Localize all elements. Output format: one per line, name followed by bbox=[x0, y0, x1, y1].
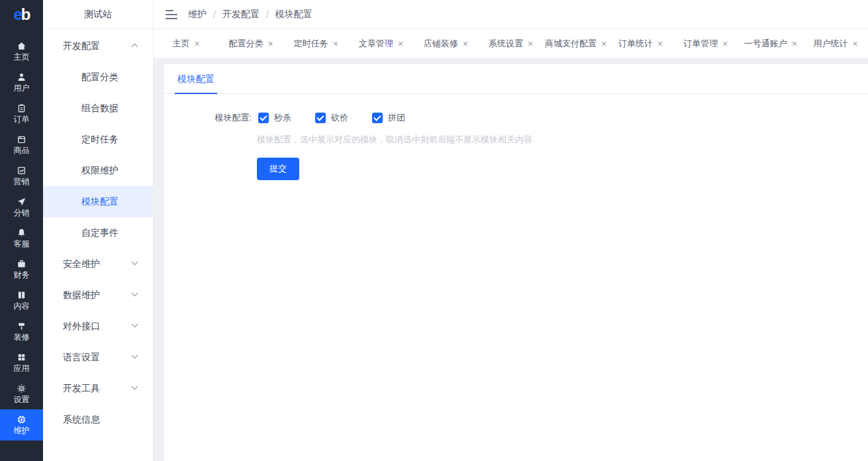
tab-home[interactable]: 主页× bbox=[154, 38, 218, 50]
tab-mall-payment-config[interactable]: 商城支付配置× bbox=[544, 38, 608, 50]
rail-item-label: 维护 bbox=[14, 426, 30, 435]
sidebar-item-security-maintain[interactable]: 安全维护 bbox=[43, 248, 153, 280]
primary-nav-rail: eb 主页 用户 订单 商品 营销 bbox=[0, 0, 43, 461]
tab-module-config[interactable]: 模块配置 bbox=[175, 64, 217, 94]
rail-item-maintain[interactable]: 维护 bbox=[0, 409, 43, 440]
tab-label: 主页 bbox=[172, 38, 189, 50]
rail-item-orders[interactable]: 订单 bbox=[0, 98, 43, 129]
chevron-down-icon bbox=[132, 384, 138, 390]
tab-config-category[interactable]: 配置分类× bbox=[218, 38, 283, 50]
open-tabs-bar: 主页× 配置分类× 定时任务× 文章管理× 店铺装修× 系统设置× 商城支付配置… bbox=[154, 29, 868, 58]
breadcrumb-separator: / bbox=[213, 9, 216, 20]
sidebar-item-combined-data[interactable]: 组合数据 bbox=[43, 93, 153, 124]
checkbox-checked-icon[interactable] bbox=[372, 113, 383, 123]
sidebar-item-label: 组合数据 bbox=[81, 103, 119, 115]
sidebar-item-custom-events[interactable]: 自定事件 bbox=[43, 217, 153, 248]
brand-logo-e: e bbox=[13, 5, 21, 24]
sidebar-item-external-api[interactable]: 对外接口 bbox=[43, 311, 153, 342]
tab-label: 定时任务 bbox=[294, 38, 328, 50]
form-help-text: 模块配置，选中展示对应的模块，取消选中则前后端不展示模块相关内容 bbox=[257, 134, 868, 146]
sidebar-item-dev-tools[interactable]: 开发工具 bbox=[43, 373, 153, 404]
tab-user-stats[interactable]: 用户统计× bbox=[803, 38, 868, 50]
brand-logo-b: b bbox=[21, 5, 30, 24]
close-icon[interactable]: × bbox=[852, 39, 857, 48]
sidebar-item-data-maintain[interactable]: 数据维护 bbox=[43, 280, 153, 311]
close-icon[interactable]: × bbox=[722, 39, 728, 48]
sidebar-item-label: 语言设置 bbox=[63, 352, 100, 364]
checkbox-label[interactable]: 秒杀 bbox=[274, 112, 291, 124]
tab-label: 系统设置 bbox=[489, 38, 523, 50]
tab-system-settings[interactable]: 系统设置× bbox=[478, 38, 543, 50]
rail-item-goods[interactable]: 商品 bbox=[0, 129, 43, 160]
breadcrumb-item[interactable]: 模块配置 bbox=[275, 9, 313, 21]
submit-button[interactable]: 提交 bbox=[257, 158, 299, 180]
rail-item-content[interactable]: 内容 bbox=[0, 285, 43, 316]
rail-item-customer-service[interactable]: 客服 bbox=[0, 223, 43, 254]
form-label: 模块配置: bbox=[213, 112, 252, 124]
close-icon[interactable]: × bbox=[398, 39, 403, 48]
content-area: 模块配置 模块配置: 秒杀 砍价 bbox=[154, 58, 868, 461]
checkbox-seckill[interactable]: 秒杀 bbox=[258, 112, 291, 124]
rail-item-home[interactable]: 主页 bbox=[0, 36, 43, 67]
chip-icon bbox=[17, 415, 26, 425]
rail-item-label: 财务 bbox=[14, 270, 30, 280]
tab-label: 订单统计 bbox=[618, 38, 653, 50]
close-icon[interactable]: × bbox=[657, 39, 663, 48]
breadcrumb-item[interactable]: 开发配置 bbox=[222, 9, 260, 21]
sidebar-item-label: 模块配置 bbox=[81, 196, 119, 208]
rail-item-marketing[interactable]: 营销 bbox=[0, 160, 43, 191]
module-config-form: 模块配置: 秒杀 砍价 拼团 bbox=[164, 94, 868, 180]
tab-order-manage[interactable]: 订单管理× bbox=[673, 38, 738, 50]
close-icon[interactable]: × bbox=[333, 39, 338, 48]
sidebar-item-label: 安全维护 bbox=[63, 258, 100, 270]
tab-label: 订单管理 bbox=[683, 38, 718, 50]
book-icon bbox=[17, 290, 26, 300]
rail-item-decorate[interactable]: 装修 bbox=[0, 316, 43, 347]
checkbox-checked-icon[interactable] bbox=[258, 113, 269, 123]
sidebar-item-permission-maintain[interactable]: 权限维护 bbox=[43, 155, 153, 186]
tab-yihaotong-account[interactable]: 一号通账户× bbox=[738, 38, 803, 50]
grid-icon bbox=[17, 352, 26, 362]
sidebar-item-module-config[interactable]: 模块配置 bbox=[43, 186, 153, 217]
checkbox-bargain[interactable]: 砍价 bbox=[315, 112, 348, 124]
tab-scheduled-tasks[interactable]: 定时任务× bbox=[283, 38, 348, 50]
sidebar-item-label: 权限维护 bbox=[81, 165, 119, 177]
sidebar-item-label: 数据维护 bbox=[63, 289, 100, 301]
chevron-down-icon bbox=[132, 259, 138, 266]
sidebar-item-dev-config[interactable]: 开发配置 bbox=[43, 30, 153, 62]
sidebar-item-config-category[interactable]: 配置分类 bbox=[43, 62, 153, 93]
checkbox-label[interactable]: 砍价 bbox=[331, 112, 348, 124]
sidebar-item-language-settings[interactable]: 语言设置 bbox=[43, 342, 153, 373]
close-icon[interactable]: × bbox=[194, 39, 199, 48]
card-tab-header: 模块配置 bbox=[164, 64, 868, 94]
rail-item-label: 设置 bbox=[14, 395, 30, 404]
checkbox-checked-icon[interactable] bbox=[315, 113, 326, 123]
bell-icon bbox=[17, 228, 26, 238]
collapse-menu-icon[interactable] bbox=[166, 10, 177, 19]
tab-label: 商城支付配置 bbox=[545, 38, 597, 50]
tab-label: 配置分类 bbox=[229, 38, 264, 50]
goods-icon bbox=[17, 134, 26, 144]
close-icon[interactable]: × bbox=[792, 39, 797, 48]
checkbox-label[interactable]: 拼团 bbox=[388, 112, 405, 124]
gear-icon bbox=[17, 384, 26, 393]
breadcrumb-item[interactable]: 维护 bbox=[188, 9, 207, 21]
rail-item-apps[interactable]: 应用 bbox=[0, 347, 43, 378]
close-icon[interactable]: × bbox=[601, 39, 606, 48]
sidebar-item-system-info[interactable]: 系统信息 bbox=[43, 404, 153, 435]
rail-item-settings[interactable]: 设置 bbox=[0, 378, 43, 409]
close-icon[interactable]: × bbox=[268, 39, 273, 48]
tab-shop-decorate[interactable]: 店铺装修× bbox=[413, 38, 478, 50]
sidebar-item-scheduled-tasks[interactable]: 定时任务 bbox=[43, 124, 153, 155]
tab-label: 一号通账户 bbox=[744, 38, 787, 50]
rail-item-users[interactable]: 用户 bbox=[0, 67, 43, 98]
tab-order-stats[interactable]: 订单统计× bbox=[608, 38, 673, 50]
tab-article-manage[interactable]: 文章管理× bbox=[348, 38, 413, 50]
rail-item-finance[interactable]: 财务 bbox=[0, 254, 43, 285]
close-icon[interactable]: × bbox=[463, 39, 468, 48]
user-icon bbox=[17, 72, 26, 82]
rail-item-label: 营销 bbox=[14, 177, 30, 186]
close-icon[interactable]: × bbox=[528, 39, 533, 48]
rail-item-distribution[interactable]: 分销 bbox=[0, 191, 43, 223]
checkbox-group-buy[interactable]: 拼团 bbox=[372, 112, 405, 124]
